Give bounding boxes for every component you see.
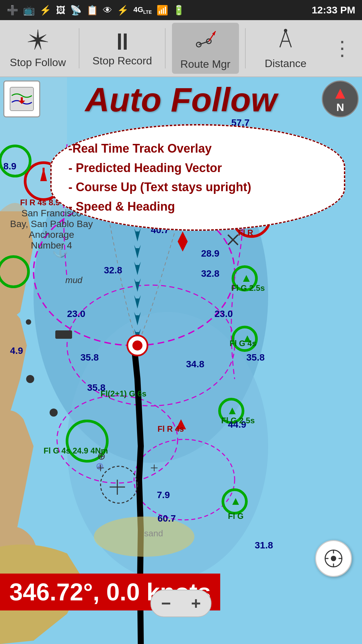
route-mgr-label: Route Mgr xyxy=(180,58,230,70)
signal-icon: 📶 xyxy=(157,5,168,16)
toolbar-divider-1 xyxy=(79,28,79,68)
stop-record-label: Stop Record xyxy=(93,55,152,67)
zoom-in-button[interactable]: + xyxy=(191,594,201,613)
gps-locate-button[interactable] xyxy=(315,540,352,577)
svg-line-5 xyxy=(280,31,286,47)
svg-point-45 xyxy=(94,517,194,557)
stop-follow-button[interactable]: Stop Follow xyxy=(3,24,72,72)
stop-record-icon: ⏸ xyxy=(111,30,134,53)
map-background: ⚓ ⊕ ⊕ xyxy=(0,77,362,644)
image-icon: 🖼 xyxy=(56,5,65,16)
more-button[interactable]: ⋮ xyxy=(325,33,359,63)
svg-point-51 xyxy=(26,319,31,325)
signal-off-icon: 📡 xyxy=(70,5,82,16)
route-mgr-button[interactable]: Route Mgr xyxy=(172,23,239,74)
map-layer-button[interactable] xyxy=(3,80,40,117)
svg-point-64 xyxy=(331,556,336,561)
status-icons-left: ➕ 📺 ⚡ 🖼 📡 📋 👁 ⚡ 4GLTE 📶 🔋 xyxy=(7,5,185,16)
battery-icon: 🔋 xyxy=(173,5,185,16)
add-icon: ➕ xyxy=(7,5,18,16)
cast-icon: 📺 xyxy=(23,5,35,16)
svg-point-50 xyxy=(50,409,58,417)
stop-record-button[interactable]: ⏸ Stop Record xyxy=(86,26,159,70)
compass-label: N xyxy=(336,101,344,113)
svg-text:⊕: ⊕ xyxy=(97,450,106,462)
toolbar: Stop Follow ⏸ Stop Record Route Mgr xyxy=(0,20,362,77)
distance-button[interactable]: Distance xyxy=(252,24,319,73)
compass: ▲ N xyxy=(322,80,359,117)
toolbar-divider-2 xyxy=(165,28,166,68)
svg-point-8 xyxy=(284,29,287,32)
svg-rect-34 xyxy=(43,168,45,181)
svg-text:⚓: ⚓ xyxy=(52,242,69,258)
distance-icon xyxy=(273,27,298,56)
route-mgr-icon xyxy=(192,26,219,57)
lte-icon: 4GLTE xyxy=(133,5,152,15)
zoom-out-button[interactable]: − xyxy=(161,594,171,613)
bluetooth-icon: ⚡ xyxy=(117,5,129,16)
status-bar: ➕ 📺 ⚡ 🖼 📡 📋 👁 ⚡ 4GLTE 📶 🔋 12:33 PM xyxy=(0,0,362,20)
map-area[interactable]: ⚓ ⊕ ⊕ Auto Follow ▲ N - xyxy=(0,77,362,644)
svg-rect-62 xyxy=(21,97,23,102)
screen-icon: 📋 xyxy=(86,5,98,16)
status-time: 12:33 PM xyxy=(312,4,355,16)
zoom-controls: − + xyxy=(150,590,212,617)
stop-follow-label: Stop Follow xyxy=(10,56,66,69)
usb-icon: ⚡ xyxy=(40,5,51,16)
svg-point-49 xyxy=(26,375,34,383)
toolbar-divider-3 xyxy=(245,28,246,68)
zoom-bar: − + xyxy=(150,590,212,617)
svg-rect-59 xyxy=(55,330,72,339)
stop-follow-icon xyxy=(26,28,50,55)
eye-icon: 👁 xyxy=(103,5,112,16)
time-display: 12:33 PM xyxy=(312,4,355,16)
svg-text:⊕: ⊕ xyxy=(96,461,104,472)
svg-line-6 xyxy=(286,31,291,47)
svg-point-39 xyxy=(132,340,142,351)
distance-label: Distance xyxy=(265,57,307,70)
